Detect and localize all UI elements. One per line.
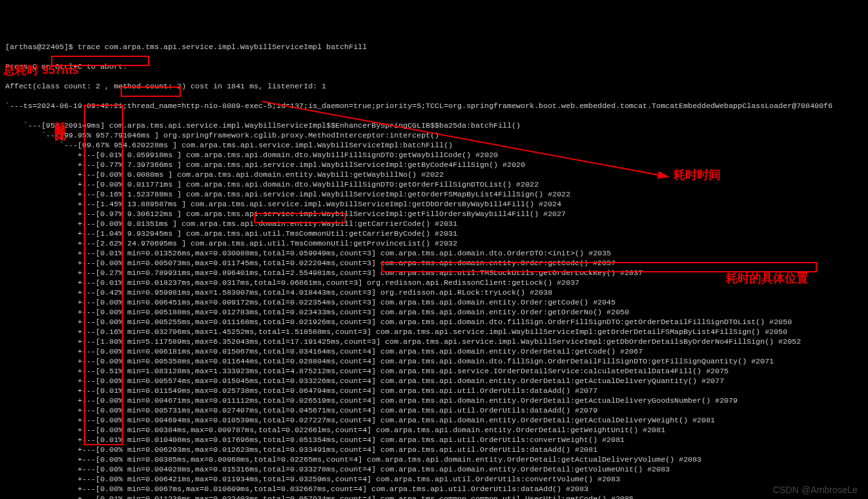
trace-line: +---[0.01% 0.059918ms ] com.arpa.tms.api… (5, 150, 863, 160)
trace-line: +---[0.01% min=0.013526ms,max=0.030088ms… (5, 248, 863, 258)
affect-line: Affect(class count: 2 , method count: 2)… (5, 81, 863, 91)
trace-line: +---[0.01% min=0.018237ms,max=0.0317ms,t… (5, 278, 863, 287)
trace-line: +---[0.00% 0.01351ms ] com.arpa.tms.api.… (5, 219, 863, 229)
trace-line: +---[1.04% 9.932945ms ] com.arpa.tms.api… (5, 229, 863, 238)
trace-line: +---[0.27% min=0.789931ms,max=0.896401ms… (5, 268, 863, 278)
trace-line: +---[0.00% min=0.006421ms,max=0.011934ms… (5, 474, 863, 484)
trace-line: +---[0.01% min=0.011549ms,max=0.025738ms… (5, 386, 863, 396)
trace-line: +---[0.42% min=0.959981ms,max=1.583007ms… (5, 287, 863, 297)
trace-line: +---[0.97% 9.306122ms ] com.arpa.tms.api… (5, 209, 863, 219)
trace-line: +---[0.16% 1.523788ms ] com.arpa.tms.api… (5, 189, 863, 199)
trace-line: `---[99.67% 954.620228ms ] com.arpa.tms.… (5, 140, 863, 150)
trace-line: +---[0.01% min=0.010408ms,max=0.017696ms… (5, 435, 863, 445)
watermark: CSDN @AmbroseLe (773, 485, 858, 495)
trace-line: +---[0.00% min=0.005255ms,max=0.011168ms… (5, 317, 863, 327)
trace-line: +---[2.62% 24.970695ms ] com.arpa.tms.ap… (5, 238, 863, 248)
trace-line: +---[0.00% 0.0088ms ] com.arpa.tms.api.d… (5, 170, 863, 179)
trace-line: +---[0.00% min=0.005073ms,max=0.011745ms… (5, 258, 863, 268)
trace-line: +---[0.00% min=0.00385ms,max=0.00968ms,t… (5, 454, 863, 464)
trace-line: +---[0.00% min=0.00384ms,max=0.009787ms,… (5, 425, 863, 435)
trace-line: +---[0.16% min=0.032706ms,max=1.45252ms,… (5, 327, 863, 337)
trace-line: +---[0.00% min=0.005358ms,max=0.011644ms… (5, 356, 863, 366)
trace-output: `---[958.209149ms] com.arpa.tms.api.serv… (5, 120, 863, 499)
trace-line: +---[0.00% min=0.004028ms,max=0.015316ms… (5, 464, 863, 474)
prompt-line: [arthas@22405]$ trace com.arpa.tms.api.s… (5, 42, 863, 52)
trace-line: +---[0.01% min=0.011236ms,max=0.022403ms… (5, 494, 863, 499)
trace-line: +---[0.00% min=0.006293ms,max=0.012623ms… (5, 445, 863, 454)
trace-line: +---[0.00% min=0.005574ms,max=0.015045ms… (5, 376, 863, 386)
trace-line: +---[0.51% min=1.083128ms,max=1.333923ms… (5, 366, 863, 376)
trace-line: +---[0.00% min=0.006451ms,max=0.009172ms… (5, 297, 863, 307)
trace-line: +---[0.00% min=0.004671ms,max=0.011112ms… (5, 396, 863, 405)
trace-line: `---[99.95% 957.791046ms ] org.springfra… (5, 130, 863, 140)
trace-line: +---[0.00% min=0.005188ms,max=0.012783ms… (5, 307, 863, 317)
trace-line: +---[0.00% min=0.0067ms,max=0.010609ms,t… (5, 484, 863, 494)
trace-line: +---[0.00% min=0.006181ms,max=0.015067ms… (5, 346, 863, 356)
ts-line: `---ts=2024-06-19 09:42:21;thread_name=h… (5, 101, 863, 111)
trace-line: +---[1.45% 13.889587ms ] com.arpa.tms.ap… (5, 199, 863, 209)
trace-line: +---[1.80% min=5.117589ms,max=6.352043ms… (5, 337, 863, 346)
abort-hint: Press Q or Ctrl+C to abort. (5, 62, 863, 71)
trace-line: +---[0.00% 0.011771ms ] com.arpa.tms.api… (5, 179, 863, 189)
trace-line: +---[0.00% min=0.005731ms,max=0.027407ms… (5, 405, 863, 415)
trace-line: +---[0.00% min=0.004694ms,max=0.010539ms… (5, 415, 863, 425)
trace-line: `---[958.209149ms] com.arpa.tms.api.serv… (5, 120, 863, 130)
trace-line: +---[0.77% 7.397366ms ] com.arpa.tms.api… (5, 160, 863, 170)
